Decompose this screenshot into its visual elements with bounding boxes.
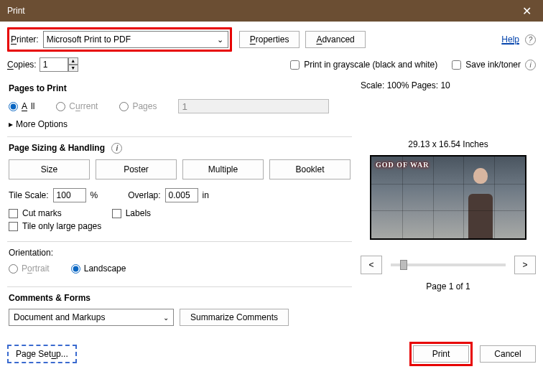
chevron-left-icon: <	[368, 260, 373, 270]
booklet-button[interactable]: Booklet	[269, 159, 351, 179]
summarize-comments-button[interactable]: Summarize Comments	[180, 309, 289, 326]
printer-value: Microsoft Print to PDF	[47, 34, 131, 45]
tile-scale-label: Tile Scale:	[9, 190, 49, 200]
print-button[interactable]: Print	[413, 345, 469, 363]
printer-label: PrPrinter:inter:	[11, 32, 43, 47]
overlap-input[interactable]	[165, 188, 198, 202]
help-link[interactable]: Help	[501, 34, 519, 45]
chevron-down-icon: ⌄	[163, 314, 169, 322]
page-setup-button[interactable]: Page Setup...Page Setup...	[7, 345, 77, 363]
comments-title: Comments & Forms	[9, 293, 351, 303]
print-preview: GOD OF WAR	[370, 155, 526, 240]
print-highlight: Print	[409, 342, 473, 366]
sizing-info-icon[interactable]: i	[111, 143, 122, 154]
scale-pages-label: Scale: 100% Pages: 10	[361, 80, 536, 90]
copies-down-icon[interactable]: ▼	[68, 65, 78, 72]
tile-large-checkbox[interactable]: Tile only large pages	[9, 221, 351, 231]
labels-checkbox[interactable]: Labels	[112, 208, 151, 218]
next-page-button[interactable]: >	[514, 256, 536, 274]
chevron-right-icon: >	[522, 260, 527, 270]
more-options-toggle[interactable]: ▸ More Options	[9, 119, 351, 129]
printer-dropdown[interactable]: Microsoft Print to PDF ⌄	[43, 31, 228, 48]
poster-button[interactable]: Poster	[96, 159, 177, 179]
copies-input[interactable]	[40, 57, 68, 72]
ink-info-icon[interactable]: i	[525, 60, 536, 70]
sizing-title: Page Sizing & Handling i	[9, 143, 351, 154]
pages-range-input	[178, 99, 329, 113]
multiple-button[interactable]: Multiple	[182, 159, 264, 179]
copies-up-icon[interactable]: ▲	[68, 57, 78, 65]
cut-marks-checkbox[interactable]: Cut marks	[9, 208, 62, 218]
page-indicator: Page 1 of 1	[361, 281, 536, 291]
preview-slider[interactable]	[391, 263, 506, 266]
overlap-label: Overlap:	[128, 190, 160, 200]
prev-page-button[interactable]: <	[361, 256, 382, 274]
orientation-title: Orientation:	[9, 248, 351, 258]
pages-current-radio[interactable]: CurrentCurrent	[56, 101, 98, 111]
pages-title: Pages to Print	[9, 83, 351, 93]
size-button[interactable]: Size	[9, 159, 90, 179]
help-info-icon[interactable]: ?	[525, 34, 536, 45]
preview-dimensions: 29.13 x 16.54 Inches	[361, 139, 536, 149]
grayscale-checkbox[interactable]: Print in grayscale (black and white)	[290, 60, 437, 70]
comments-dropdown[interactable]: Document and Markups ⌄	[9, 309, 174, 326]
save-ink-checkbox[interactable]: Save ink/toner	[452, 60, 521, 70]
portrait-radio[interactable]: PortraitPortrait	[9, 263, 50, 274]
chevron-down-icon: ⌄	[217, 35, 223, 45]
close-icon[interactable]: ✕	[510, 0, 543, 22]
window-title: Print	[7, 6, 510, 16]
properties-button[interactable]: PropertiesProperties	[239, 31, 300, 48]
copies-label: Copies:Copies:	[7, 60, 37, 70]
titlebar: Print ✕	[0, 0, 543, 22]
triangle-right-icon: ▸	[9, 119, 13, 129]
slider-thumb[interactable]	[400, 260, 407, 270]
pages-all-radio[interactable]: AllAll	[9, 101, 34, 111]
printer-highlight: PrPrinter:inter: Microsoft Print to PDF …	[7, 27, 232, 52]
landscape-radio[interactable]: Landscape	[71, 263, 126, 274]
tile-scale-input[interactable]	[53, 188, 86, 202]
pages-range-radio[interactable]: Pages	[119, 101, 157, 111]
cancel-button[interactable]: Cancel	[480, 345, 536, 363]
advanced-button[interactable]: AdvancedAdvanced	[305, 31, 365, 48]
